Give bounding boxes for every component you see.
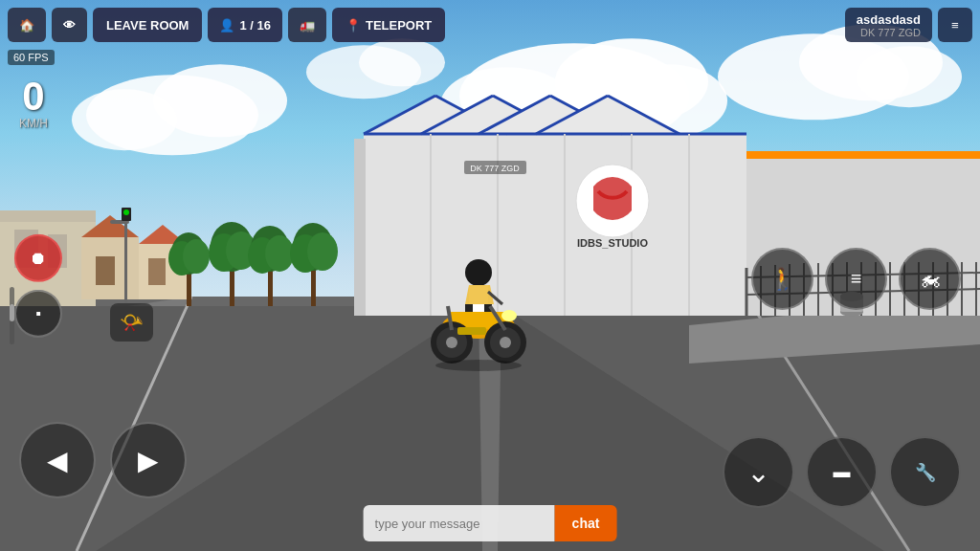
- home-button[interactable]: 🏠: [8, 8, 46, 42]
- camera-icon: ▪: [35, 305, 41, 322]
- eye-icon: 👁: [63, 18, 76, 33]
- svg-point-111: [446, 337, 457, 348]
- truck-icon: 🚛: [300, 18, 315, 33]
- action-button[interactable]: 🔧: [889, 436, 961, 508]
- lights-button[interactable]: ≡: [825, 248, 887, 310]
- steer-left-button[interactable]: ◀: [19, 422, 96, 498]
- lights-icon: ≡: [851, 268, 862, 290]
- chat-send-button[interactable]: chat: [555, 505, 617, 541]
- right-arrow-icon: ▶: [138, 445, 159, 476]
- brake-button[interactable]: ▬: [806, 436, 878, 508]
- bike-mode-button[interactable]: 🏍: [899, 248, 961, 310]
- chevron-down-icon: ⌄: [746, 458, 770, 487]
- vehicle-button[interactable]: 🚛: [288, 8, 326, 42]
- teleport-button[interactable]: 📍 TELEPORT: [332, 8, 445, 42]
- left-controls: ⏺ ▪: [14, 234, 62, 338]
- players-count: 1 / 16: [239, 18, 271, 33]
- down-button[interactable]: ⌄: [723, 436, 794, 508]
- svg-point-110: [436, 327, 467, 358]
- right-top-controls: 🚶 ≡ 🏍: [751, 248, 961, 310]
- home-icon: 🏠: [19, 18, 34, 33]
- record-icon: ⏺: [30, 248, 47, 268]
- horn-button[interactable]: 📯: [110, 303, 153, 342]
- left-arrow-icon: ◀: [47, 445, 68, 476]
- record-button[interactable]: ⏺: [14, 234, 62, 282]
- person-icon: 👤: [219, 18, 234, 33]
- visibility-button[interactable]: 👁: [52, 8, 87, 42]
- direction-controls: ◀ ▶: [19, 422, 187, 498]
- bike-icon: 🏍: [920, 267, 941, 292]
- main-menu-button[interactable]: ≡: [938, 8, 972, 42]
- right-bottom-controls: ⌄ ▬ 🔧: [723, 436, 961, 508]
- players-button[interactable]: 👤 1 / 16: [208, 8, 282, 42]
- walk-icon: 🚶: [769, 267, 795, 292]
- walk-mode-button[interactable]: 🚶: [751, 248, 813, 310]
- svg-point-113: [490, 327, 521, 358]
- svg-line-20: [746, 297, 909, 551]
- menu-lines-icon: ≡: [951, 18, 959, 33]
- top-bar: 🏠 👁 LEAVE ROOM 👤 1 / 16 🚛 📍 TELEPORT: [0, 8, 980, 42]
- svg-point-120: [435, 360, 522, 371]
- teleport-icon: 📍: [345, 18, 361, 33]
- action-icon: 🔧: [915, 462, 936, 483]
- top-right-area: asdasdasd DK 777 ZGD ≡: [845, 8, 972, 42]
- player-name: asdasdasd: [857, 12, 921, 27]
- player-plate: DK 777 ZGD: [857, 27, 921, 38]
- brake-icon: ▬: [834, 462, 851, 482]
- svg-point-114: [500, 337, 511, 348]
- teleport-label: TELEPORT: [366, 18, 432, 33]
- chat-bar: chat: [364, 505, 617, 541]
- player-info: asdasdasd DK 777 ZGD: [845, 8, 932, 42]
- leave-room-button[interactable]: LEAVE ROOM: [93, 8, 202, 42]
- horn-icon: 📯: [120, 311, 144, 334]
- steer-right-button[interactable]: ▶: [110, 422, 187, 498]
- camera-button[interactable]: ▪: [14, 290, 62, 338]
- chat-input[interactable]: [364, 505, 555, 541]
